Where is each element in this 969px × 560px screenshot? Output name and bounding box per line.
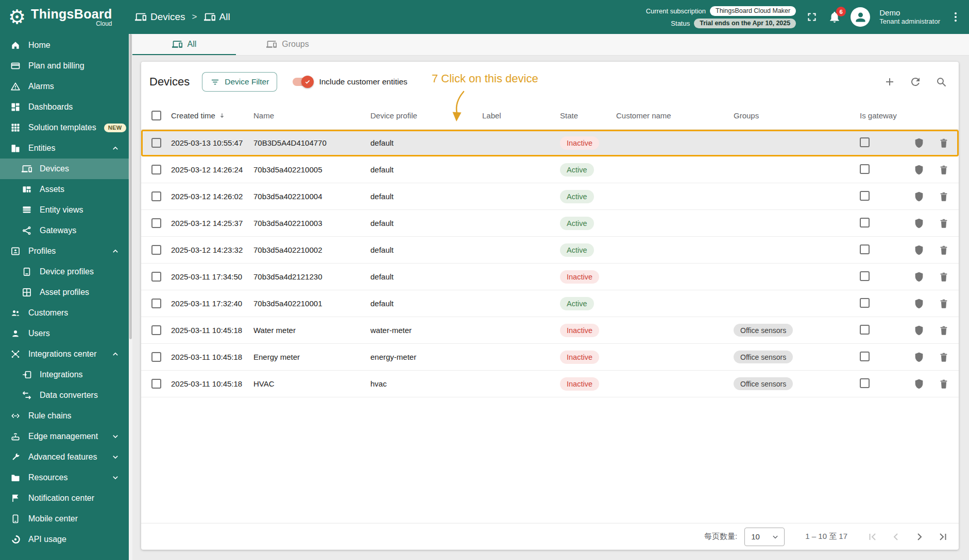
first-page-button[interactable]: [866, 531, 878, 543]
column-is-gateway[interactable]: Is gateway: [857, 111, 913, 120]
device-filter-button[interactable]: Device Filter: [202, 72, 277, 92]
is-gateway-checkbox[interactable]: [860, 271, 870, 281]
table-row[interactable]: 2025-03-12 14:26:2470b3d5a402210005defau…: [141, 156, 959, 183]
row-checkbox[interactable]: [151, 352, 161, 362]
is-gateway-checkbox[interactable]: [860, 218, 870, 227]
column-name[interactable]: Name: [253, 111, 370, 120]
tab-all[interactable]: All: [132, 34, 236, 55]
row-checkbox[interactable]: [151, 165, 161, 174]
sidebar-item-assets[interactable]: Assets: [0, 179, 129, 200]
security-shield-icon[interactable]: [913, 218, 925, 229]
group-chip[interactable]: Office sensors: [734, 324, 793, 337]
column-label[interactable]: Label: [482, 111, 560, 120]
sidebar-item-data-converters[interactable]: Data converters: [0, 385, 129, 406]
last-page-button[interactable]: [937, 531, 949, 543]
security-shield-icon[interactable]: [913, 325, 925, 336]
tab-groups[interactable]: Groups: [236, 34, 339, 55]
table-row[interactable]: 2025-03-12 14:25:3770b3d5a402210003defau…: [141, 210, 959, 237]
security-shield-icon[interactable]: [913, 378, 925, 390]
sidebar-item-edge-management[interactable]: Edge management: [0, 426, 129, 447]
security-shield-icon[interactable]: [913, 271, 925, 283]
row-checkbox[interactable]: [151, 218, 161, 228]
is-gateway-checkbox[interactable]: [860, 244, 870, 254]
is-gateway-checkbox[interactable]: [860, 325, 870, 335]
table-row[interactable]: 2025-03-11 17:34:5070b3d5a4d2121230defau…: [141, 264, 959, 290]
delete-icon[interactable]: [938, 378, 949, 390]
delete-icon[interactable]: [938, 352, 949, 363]
table-row[interactable]: 2025-03-11 10:45:18HVAChvacInactiveOffic…: [141, 371, 959, 397]
row-checkbox[interactable]: [151, 245, 161, 255]
column-state[interactable]: State: [560, 111, 616, 120]
sidebar-scrollbar[interactable]: [129, 34, 132, 560]
sidebar-item-entities[interactable]: Entities: [0, 138, 129, 159]
security-shield-icon[interactable]: [913, 298, 925, 309]
prev-page-button[interactable]: [890, 531, 902, 543]
next-page-button[interactable]: [913, 531, 926, 543]
sidebar-item-solution-templates[interactable]: Solution templatesNEW: [0, 117, 129, 138]
delete-icon[interactable]: [938, 244, 949, 256]
sidebar-item-rule-chains[interactable]: Rule chains: [0, 406, 129, 426]
subscription-pill[interactable]: ThingsBoard Cloud Maker: [710, 6, 796, 16]
is-gateway-checkbox[interactable]: [860, 191, 870, 201]
sidebar-item-plan-and-billing[interactable]: Plan and billing: [0, 56, 129, 76]
sidebar-item-dashboards[interactable]: Dashboards: [0, 97, 129, 117]
delete-icon[interactable]: [938, 164, 949, 176]
security-shield-icon[interactable]: [913, 164, 925, 176]
row-checkbox[interactable]: [151, 299, 161, 308]
trial-status-pill[interactable]: Trial ends on the Apr 10, 2025: [694, 19, 796, 28]
row-checkbox[interactable]: [151, 272, 161, 282]
security-shield-icon[interactable]: [913, 244, 925, 256]
table-row[interactable]: 2025-03-11 17:32:4070b3d5a402210001defau…: [141, 290, 959, 317]
sidebar-item-users[interactable]: Users: [0, 323, 129, 344]
sidebar-item-advanced-features[interactable]: Advanced features: [0, 447, 129, 467]
page-size-select[interactable]: 10: [744, 528, 785, 546]
include-customer-entities-toggle[interactable]: [293, 78, 312, 86]
table-row[interactable]: 2025-03-12 14:26:0270b3d5a402210004defau…: [141, 183, 959, 210]
security-shield-icon[interactable]: [913, 191, 925, 202]
sidebar-item-mobile-center[interactable]: Mobile center: [0, 509, 129, 529]
sidebar-item-profiles[interactable]: Profiles: [0, 241, 129, 261]
sidebar-item-api-usage[interactable]: API usage: [0, 529, 129, 550]
column-created-time[interactable]: Created time: [171, 111, 253, 120]
sidebar-item-asset-profiles[interactable]: Asset profiles: [0, 282, 129, 303]
is-gateway-checkbox[interactable]: [860, 137, 870, 147]
row-checkbox[interactable]: [151, 325, 161, 335]
sidebar-item-alarms[interactable]: Alarms: [0, 76, 129, 97]
column-groups[interactable]: Groups: [734, 111, 857, 120]
delete-icon[interactable]: [938, 325, 949, 336]
row-checkbox[interactable]: [151, 191, 161, 201]
table-row[interactable]: 2025-03-13 10:55:4770B3D5A4D4104770defau…: [141, 130, 959, 156]
group-chip[interactable]: Office sensors: [734, 377, 793, 390]
sidebar-item-device-profiles[interactable]: Device profiles: [0, 261, 129, 282]
sidebar-item-notification-center[interactable]: Notification center: [0, 488, 129, 509]
avatar[interactable]: [851, 7, 870, 27]
security-shield-icon[interactable]: [913, 137, 925, 149]
row-checkbox[interactable]: [151, 379, 161, 389]
delete-icon[interactable]: [938, 137, 949, 149]
table-row[interactable]: 2025-03-12 14:23:3270b3d5a402210002defau…: [141, 237, 959, 264]
is-gateway-checkbox[interactable]: [860, 352, 870, 361]
search-button[interactable]: [935, 76, 947, 88]
sidebar-item-resources[interactable]: Resources: [0, 467, 129, 488]
sidebar-item-customers[interactable]: Customers: [0, 303, 129, 323]
sidebar-item-entity-views[interactable]: Entity views: [0, 200, 129, 220]
notifications-button[interactable]: 6: [828, 10, 841, 24]
sidebar-item-devices[interactable]: Devices: [0, 159, 129, 179]
add-device-button[interactable]: [883, 76, 896, 88]
table-row[interactable]: 2025-03-11 10:45:18Energy meterenergy-me…: [141, 344, 959, 371]
column-customer-name[interactable]: Customer name: [616, 111, 734, 120]
table-row[interactable]: 2025-03-11 10:45:18Water meterwater-mete…: [141, 317, 959, 344]
sidebar-item-gateways[interactable]: Gateways: [0, 220, 129, 241]
is-gateway-checkbox[interactable]: [860, 164, 870, 174]
scrollbar-thumb[interactable]: [129, 34, 132, 339]
more-menu-button[interactable]: [949, 11, 962, 23]
select-all-checkbox[interactable]: [151, 111, 161, 120]
sidebar-item-integrations-center[interactable]: Integrations center: [0, 344, 129, 364]
breadcrumb-devices[interactable]: Devices: [135, 11, 185, 23]
delete-icon[interactable]: [938, 271, 949, 283]
is-gateway-checkbox[interactable]: [860, 298, 870, 308]
is-gateway-checkbox[interactable]: [860, 378, 870, 388]
group-chip[interactable]: Office sensors: [734, 351, 793, 363]
row-checkbox[interactable]: [151, 138, 161, 148]
breadcrumb-all[interactable]: All: [204, 11, 230, 23]
